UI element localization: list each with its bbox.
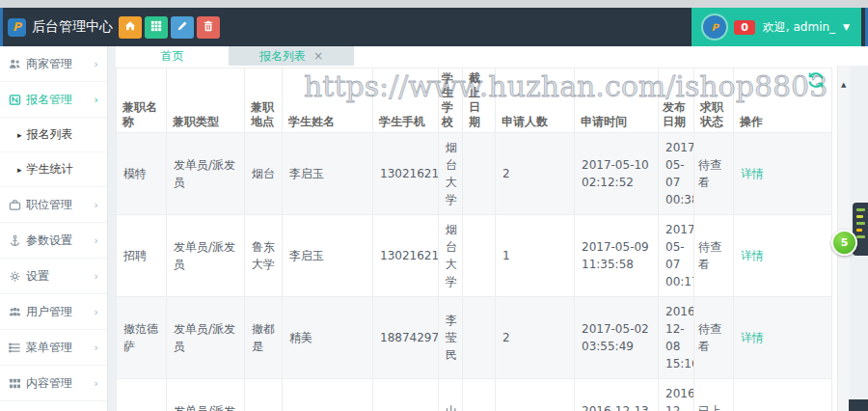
tab-label: 报名列表 bbox=[259, 48, 306, 65]
chevron-right-icon: › bbox=[95, 342, 98, 354]
home-button[interactable] bbox=[119, 16, 142, 39]
app-body: 商家管理 › 报名管理 › ▸ 报名列表 ▸ 学生统计 职位管理 › bbox=[0, 46, 868, 411]
cell-deadline bbox=[463, 133, 496, 215]
anchor-icon bbox=[9, 234, 26, 247]
app-title: 后台管理中心 bbox=[32, 18, 113, 36]
cell-job-place: asd bbox=[245, 379, 283, 411]
caret-right-icon: ▸ bbox=[17, 130, 22, 140]
column-header: 学生姓名 bbox=[283, 68, 373, 133]
cell-student-phone: 13021621058 bbox=[373, 215, 439, 297]
trash-icon bbox=[203, 20, 214, 35]
sidebar-item-settings[interactable]: 设置 › bbox=[0, 259, 107, 294]
cell-job-place: 烟台 bbox=[245, 133, 283, 215]
column-header: 兼职名称 bbox=[117, 68, 167, 133]
users-icon bbox=[9, 306, 26, 318]
sidebar-item-label: 用户管理 bbox=[26, 304, 72, 320]
sidebar-subitem-registration-list[interactable]: ▸ 报名列表 bbox=[0, 118, 107, 152]
sidebar: 商家管理 › 报名管理 › ▸ 报名列表 ▸ 学生统计 职位管理 › bbox=[0, 46, 108, 411]
cell-action: 详情 bbox=[734, 215, 832, 297]
sidebar-item-positions[interactable]: 职位管理 › bbox=[0, 187, 107, 223]
cell-student-name: 精美 bbox=[283, 297, 373, 379]
meter-bar bbox=[856, 215, 863, 218]
sidebar-item-registration[interactable]: 报名管理 › bbox=[0, 82, 107, 118]
caret-right-icon: ▸ bbox=[17, 165, 22, 175]
cell-apply-time: 2017-05-02 03:55:49 bbox=[575, 297, 659, 379]
welcome-text: 欢迎, admin_ bbox=[763, 19, 835, 36]
home-icon bbox=[124, 20, 136, 35]
cell-status: 待查看 bbox=[694, 297, 734, 379]
detail-link[interactable]: 详情 bbox=[741, 331, 764, 344]
sidebar-item-menus[interactable]: 菜单管理 › bbox=[0, 330, 107, 366]
scrollbar-thumb[interactable]: ▲ bbox=[841, 81, 846, 89]
cell-job-type: 发单员/派发员 bbox=[167, 215, 245, 297]
sidebar-subitem-label: 学生统计 bbox=[27, 161, 73, 178]
menu-icon bbox=[9, 342, 26, 354]
cell-deadline bbox=[463, 379, 496, 411]
chevron-right-icon: › bbox=[95, 270, 98, 283]
registration-icon bbox=[9, 94, 26, 106]
cell-student-school: 山东 bbox=[439, 379, 463, 411]
meter-bar bbox=[856, 235, 865, 238]
chevron-right-icon: › bbox=[95, 377, 98, 390]
tab-registration-list[interactable]: 报名列表 × bbox=[229, 46, 354, 66]
chevron-right-icon: › bbox=[95, 234, 98, 247]
notification-badge: 0 bbox=[734, 20, 755, 35]
sidebar-item-label: 设置 bbox=[26, 268, 49, 285]
table-row: 模特 发单员/派发员 烟台 李启玉 13021621058 烟台大学 2 201… bbox=[117, 133, 832, 215]
cell-job-name: asd bbox=[117, 379, 167, 411]
content-grid-icon bbox=[9, 377, 26, 390]
sidebar-item-users[interactable]: 用户管理 › bbox=[0, 294, 107, 330]
close-icon[interactable]: × bbox=[313, 49, 323, 63]
table-body: 模特 发单员/派发员 烟台 李启玉 13021621058 烟台大学 2 201… bbox=[117, 133, 832, 411]
chevron-right-icon: › bbox=[95, 94, 98, 106]
cell-publish-date: 2016-12-13 11:50:49 bbox=[659, 379, 694, 411]
browser-chrome-strip bbox=[0, 0, 868, 8]
window-edge-left bbox=[0, 8, 3, 46]
sidebar-item-parameters[interactable]: 参数设置 › bbox=[0, 223, 107, 259]
table-row: 招聘 发单员/派发员 鲁东大学 李启玉 13021621058 烟台大学 1 2… bbox=[117, 215, 832, 297]
cell-apply-count: 2 bbox=[496, 297, 575, 379]
refresh-button[interactable] bbox=[806, 70, 826, 90]
column-header: 学生学校 bbox=[439, 68, 463, 133]
avatar: P bbox=[703, 15, 726, 39]
app-logo-icon: P bbox=[8, 18, 26, 37]
grid-icon bbox=[150, 20, 162, 35]
cell-status: 待查看 bbox=[694, 215, 734, 297]
cell-apply-time: 2017-05-09 11:35:58 bbox=[575, 215, 659, 297]
table-row: asd 发单员/派发员 asd 王文 15202373 山东 1 2016-12… bbox=[117, 379, 832, 411]
delete-button[interactable] bbox=[197, 16, 220, 39]
cell-apply-count: 2 bbox=[496, 133, 575, 215]
column-header: 学生手机 bbox=[373, 68, 439, 133]
positions-icon bbox=[9, 199, 26, 211]
edit-button[interactable] bbox=[171, 16, 194, 39]
corner-widget bbox=[849, 399, 868, 411]
sidebar-item-label: 参数设置 bbox=[26, 233, 72, 249]
registrations-table: 兼职名称兼职类型兼职地点学生姓名学生手机学生学校截止日期申请人数申请时间发布日期… bbox=[116, 68, 832, 411]
cell-apply-count: 1 bbox=[496, 215, 575, 297]
column-header: 发布日期 bbox=[659, 68, 694, 133]
cell-student-name: 李启玉 bbox=[283, 215, 373, 297]
chevron-right-icon: › bbox=[95, 306, 98, 318]
column-header: 申请时间 bbox=[575, 68, 659, 133]
brand: P 后台管理中心 bbox=[0, 18, 122, 37]
tab-home[interactable]: 首页 bbox=[116, 46, 229, 66]
column-header: 求职状态 bbox=[694, 68, 734, 133]
user-menu[interactable]: P 0 欢迎, admin_ ▼ bbox=[692, 8, 861, 46]
cell-status: 已上岗 bbox=[694, 379, 734, 411]
column-header: 兼职类型 bbox=[167, 68, 245, 133]
detail-link[interactable]: 详情 bbox=[741, 249, 764, 262]
cell-student-school: 烟台大学 bbox=[439, 215, 463, 297]
sidebar-subitem-label: 报名列表 bbox=[27, 126, 73, 143]
sidebar-item-merchants[interactable]: 商家管理 › bbox=[0, 46, 107, 82]
quick-buttons bbox=[119, 16, 220, 39]
cell-action: 详情 bbox=[734, 379, 832, 411]
cell-job-name: 模特 bbox=[117, 133, 167, 215]
modules-button[interactable] bbox=[145, 16, 168, 39]
cell-job-name: 招聘 bbox=[117, 215, 167, 297]
sidebar-item-content[interactable]: 内容管理 › bbox=[0, 366, 107, 401]
chevron-right-icon: › bbox=[95, 199, 98, 211]
detail-link[interactable]: 详情 bbox=[741, 167, 764, 180]
floating-badge-button[interactable]: 5 bbox=[831, 230, 857, 256]
pencil-icon bbox=[176, 20, 188, 35]
sidebar-subitem-student-stats[interactable]: ▸ 学生统计 bbox=[0, 152, 107, 187]
